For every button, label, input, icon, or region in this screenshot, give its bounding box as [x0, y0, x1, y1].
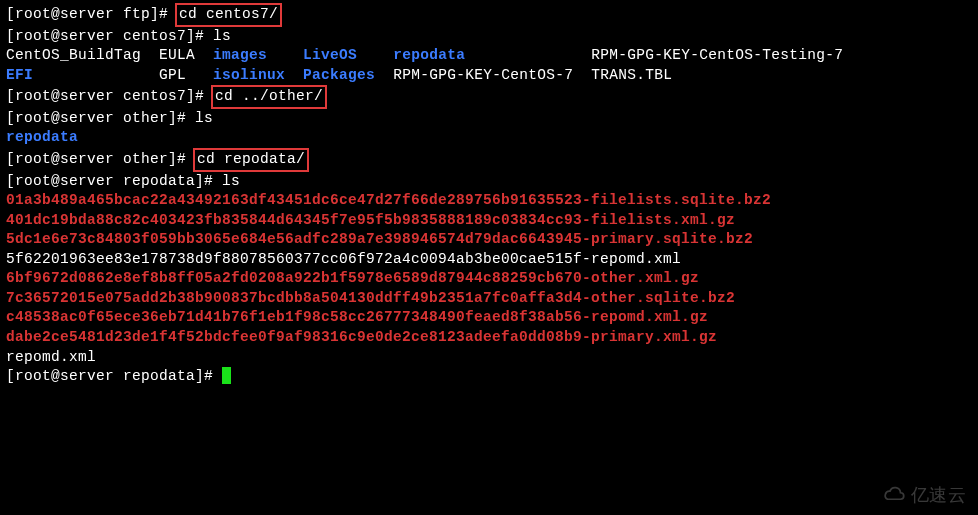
- cmd-text: ls: [213, 28, 231, 44]
- ls-output-row: repodata: [6, 128, 972, 148]
- prompt-line-repodata-ls: [root@server repodata]# ls: [6, 172, 972, 192]
- prompt-line-other-ls: [root@server other]# ls: [6, 109, 972, 129]
- watermark-text: 亿速云: [911, 484, 966, 508]
- file-entry: EULA: [159, 47, 195, 63]
- cmd-text: ls: [222, 173, 240, 189]
- prompt-line-ftp-cd: [root@server ftp]# cd centos7/: [6, 3, 972, 27]
- shell-prompt: [root@server repodata]#: [6, 368, 222, 384]
- highlighted-command: cd centos7/: [175, 3, 282, 27]
- file-entry: RPM-GPG-KEY-CentOS-Testing-7: [591, 47, 843, 63]
- dir-entry: images: [213, 47, 267, 63]
- file-entry: RPM-GPG-KEY-CentOS-7: [393, 67, 573, 83]
- highlighted-command: cd repodata/: [193, 148, 309, 172]
- shell-prompt: [root@server centos7]#: [6, 28, 213, 44]
- file-entry: 5dc1e6e73c84803f059bb3065e684e56adfc289a…: [6, 230, 972, 250]
- shell-prompt: [root@server repodata]#: [6, 173, 222, 189]
- cloud-icon: [881, 483, 907, 509]
- file-entry: GPL: [159, 67, 186, 83]
- cmd-text: cd ../other/: [215, 88, 323, 104]
- file-entry: CentOS_BuildTag: [6, 47, 141, 63]
- file-entry: 7c36572015e075add2b38b900837bcdbb8a50413…: [6, 289, 972, 309]
- shell-prompt: [root@server centos7]#: [6, 88, 213, 104]
- prompt-line-centos7-cd: [root@server centos7]# cd ../other/: [6, 85, 972, 109]
- file-entry: 5f62201963ee83e178738d9f88078560377cc06f…: [6, 250, 972, 270]
- dir-entry: LiveOS: [303, 47, 357, 63]
- dir-entry: repodata: [393, 47, 465, 63]
- watermark: 亿速云: [881, 483, 966, 509]
- cmd-text: ls: [195, 110, 213, 126]
- prompt-line-current[interactable]: [root@server repodata]#: [6, 367, 972, 387]
- file-entry: 6bf9672d0862e8ef8b8ff05a2fd0208a922b1f59…: [6, 269, 972, 289]
- file-entry: TRANS.TBL: [591, 67, 672, 83]
- file-entry: 401dc19bda88c82c403423fb835844d64345f7e9…: [6, 211, 972, 231]
- dir-entry: isolinux: [213, 67, 285, 83]
- shell-prompt: [root@server other]#: [6, 110, 195, 126]
- file-entry: c48538ac0f65ece36eb71d41b76f1eb1f98c58cc…: [6, 308, 972, 328]
- dir-entry: Packages: [303, 67, 375, 83]
- prompt-line-centos7-ls: [root@server centos7]# ls: [6, 27, 972, 47]
- ls-output-row: CentOS_BuildTag EULA images LiveOS repod…: [6, 46, 972, 66]
- file-entry: 01a3b489a465bcac22a43492163df43451dc6ce4…: [6, 191, 972, 211]
- ls-output-row: EFI GPL isolinux Packages RPM-GPG-KEY-Ce…: [6, 66, 972, 86]
- file-entry: dabe2ce5481d23de1f4f52bdcfee0f9af98316c9…: [6, 328, 972, 348]
- dir-entry: repodata: [6, 129, 78, 145]
- file-entry: repomd.xml: [6, 348, 972, 368]
- cursor-icon: [222, 367, 231, 384]
- dir-entry: EFI: [6, 67, 33, 83]
- cmd-text: cd centos7/: [179, 6, 278, 22]
- cmd-text: cd repodata/: [197, 151, 305, 167]
- shell-prompt: [root@server ftp]#: [6, 6, 177, 22]
- prompt-line-other-cd: [root@server other]# cd repodata/: [6, 148, 972, 172]
- shell-prompt: [root@server other]#: [6, 151, 195, 167]
- highlighted-command: cd ../other/: [211, 85, 327, 109]
